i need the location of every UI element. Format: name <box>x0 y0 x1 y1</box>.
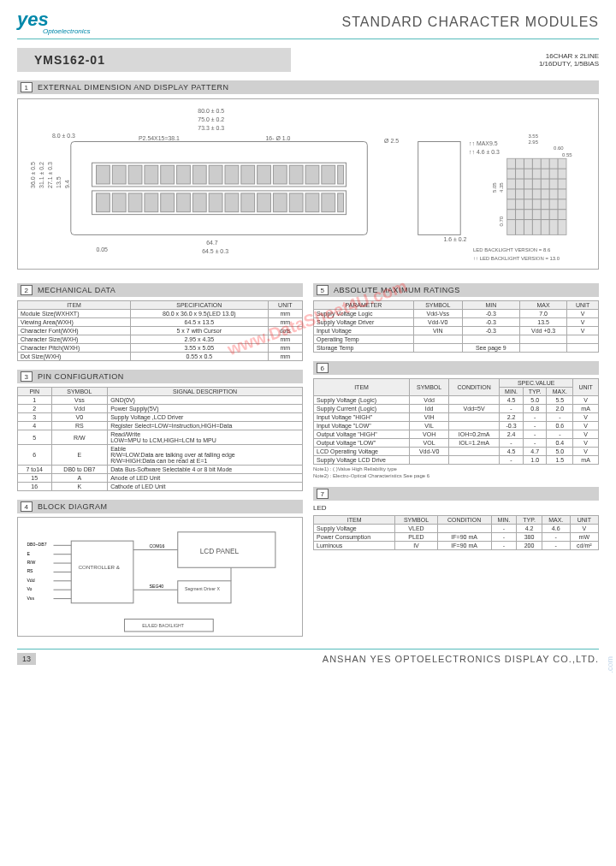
datasheet-page: yes Optoelectronics STANDARD CHARACTER M… <box>0 0 616 673</box>
svg-rect-26 <box>209 193 222 212</box>
section-3-header: 3 PIN CONFIGURATION <box>17 370 303 383</box>
svg-text:Segment Driver X: Segment Driver X <box>185 587 220 592</box>
section-num-1: 1 <box>21 82 33 92</box>
header-title: STANDARD CHARACTER MODULES <box>342 15 599 30</box>
svg-text:0.60: 0.60 <box>554 145 564 151</box>
svg-text:↑↑ LED BACKLIGHT VERSION = 13.: ↑↑ LED BACKLIGHT VERSION = 13.0 <box>473 256 560 261</box>
svg-text:Vss: Vss <box>27 596 34 601</box>
right-column: 5 ABSOLUTE MAXIMUM RATINGS PARAMETERSYMB… <box>313 275 599 637</box>
svg-text:0.55: 0.55 <box>562 152 572 157</box>
svg-text:4.35: 4.35 <box>499 182 504 193</box>
svg-text:Ø 2.5: Ø 2.5 <box>384 138 399 144</box>
svg-rect-22 <box>145 193 158 212</box>
svg-rect-10 <box>209 165 222 184</box>
svg-text:CONTROLLER &: CONTROLLER & <box>79 565 121 571</box>
svg-text:DB0~DB7: DB0~DB7 <box>27 543 46 548</box>
pinconfig-table: PINSYMBOLSIGNAL DESCRIPTION1VssGND(0V)2V… <box>17 387 303 491</box>
model-spec-line1: 16CHAR x 2LINE <box>539 52 599 60</box>
svg-rect-25 <box>192 193 206 212</box>
svg-rect-29 <box>258 193 271 212</box>
svg-text:75.0 ± 0.2: 75.0 ± 0.2 <box>198 116 224 122</box>
svg-rect-21 <box>128 193 142 212</box>
led-title: LED <box>313 504 599 512</box>
svg-rect-23 <box>161 193 175 212</box>
svg-text:E: E <box>27 551 30 556</box>
svg-rect-11 <box>225 165 239 184</box>
section-num-4: 4 <box>21 501 33 512</box>
svg-text:SEG40: SEG40 <box>150 584 164 589</box>
svg-text:Vdd: Vdd <box>27 578 34 583</box>
svg-text:9.4: 9.4 <box>64 180 70 188</box>
section-num-7: 7 <box>317 489 329 499</box>
section-5-header: 5 ABSOLUTE MAXIMUM RATINGS <box>313 283 599 297</box>
section-num-5: 5 <box>317 285 329 295</box>
svg-text:2.95: 2.95 <box>528 139 538 145</box>
footer-company: ANSHAN YES OPTOELECTRONICS DISPLAY CO.,L… <box>323 654 599 664</box>
svg-rect-32 <box>305 193 319 212</box>
svg-text:R/W: R/W <box>27 560 35 565</box>
svg-rect-12 <box>241 165 255 184</box>
svg-text:0.70: 0.70 <box>499 216 504 226</box>
block-diagram: CONTROLLER & LCD PANEL Segment Driver X … <box>17 517 303 637</box>
led-table: ITEMSYMBOLCONDITIONMIN.TYP.MAX.UNITSuppl… <box>313 515 599 550</box>
svg-rect-3 <box>97 165 110 184</box>
section-num-2: 2 <box>21 285 33 295</box>
section-4-title: BLOCK DIAGRAM <box>38 502 108 511</box>
svg-text:31.1 ± 0.2: 31.1 ± 0.2 <box>38 162 44 188</box>
model-spec: 16CHAR x 2LINE 1/16DUTY, 1/5BIAS <box>539 52 599 68</box>
svg-rect-0 <box>71 142 368 235</box>
section-num-3: 3 <box>21 371 33 382</box>
svg-text:64.5 ± 0.3: 64.5 ± 0.3 <box>202 248 228 254</box>
svg-rect-80 <box>178 581 231 603</box>
svg-rect-28 <box>241 193 255 212</box>
svg-text:Vo: Vo <box>27 587 32 592</box>
svg-text:13.5: 13.5 <box>56 176 62 188</box>
section-5-title: ABSOLUTE MAXIMUM RATINGS <box>334 286 460 294</box>
svg-rect-24 <box>177 193 191 212</box>
header: yes Optoelectronics STANDARD CHARACTER M… <box>17 9 599 39</box>
svg-rect-17 <box>322 165 335 184</box>
dimension-drawing: 80.0 ± 0.5 75.0 ± 0.2 73.3 ± 0.3 P2.54X1… <box>17 98 599 270</box>
section-2-title: MECHANICAL DATA <box>38 286 116 294</box>
svg-text:EL/LED BACKLIGHT: EL/LED BACKLIGHT <box>142 623 184 628</box>
svg-rect-9 <box>192 165 206 184</box>
svg-text:5.05: 5.05 <box>492 182 497 193</box>
absmax-table: PARAMETERSYMBOLMINMAXUNITSupply Voltage … <box>313 300 599 353</box>
svg-text:8.0 ± 0.3: 8.0 ± 0.3 <box>52 133 75 139</box>
svg-rect-14 <box>273 165 287 184</box>
svg-rect-30 <box>273 193 287 212</box>
svg-rect-20 <box>112 193 126 212</box>
svg-text:0.05: 0.05 <box>96 246 108 252</box>
svg-rect-7 <box>161 165 175 184</box>
svg-text:↑↑ MAX9.5: ↑↑ MAX9.5 <box>469 140 498 146</box>
block-diagram-svg: CONTROLLER & LCD PANEL Segment Driver X … <box>18 514 302 638</box>
section-3-title: PIN CONFIGURATION <box>38 372 124 381</box>
svg-rect-6 <box>145 165 158 184</box>
model-bar: YMS162-01 16CHAR x 2LINE 1/16DUTY, 1/5BI… <box>17 48 599 72</box>
svg-rect-31 <box>289 193 303 212</box>
section-7-header: 7 <box>313 487 599 501</box>
svg-rect-13 <box>258 165 271 184</box>
section-num-6: 6 <box>317 363 329 373</box>
svg-rect-34 <box>338 193 344 212</box>
svg-rect-35 <box>418 142 461 235</box>
svg-rect-4 <box>112 165 126 184</box>
svg-text:LCD PANEL: LCD PANEL <box>200 547 240 555</box>
logo-subtitle: Optoelectronics <box>43 27 91 35</box>
svg-text:↑↑ 4.6 ± 0.3: ↑↑ 4.6 ± 0.3 <box>469 149 500 155</box>
electrical-note2: Note2) : Electro-Optical Characteristics… <box>313 473 599 478</box>
left-column: 2 MECHANICAL DATA ITEMSPECIFICATIONUNITM… <box>17 275 303 637</box>
svg-text:3.55: 3.55 <box>528 133 538 139</box>
section-1-title: EXTERNAL DIMENSION AND DISPLAY PATTERN <box>38 83 229 92</box>
page-number: 13 <box>17 653 36 665</box>
svg-rect-5 <box>128 165 142 184</box>
svg-text:P2.54X15=38.1: P2.54X15=38.1 <box>139 135 180 141</box>
svg-text:64.7: 64.7 <box>206 240 218 246</box>
logo-block: yes Optoelectronics <box>17 9 91 35</box>
svg-text:LED BACKLIGHT VERSION = 8.6: LED BACKLIGHT VERSION = 8.6 <box>473 247 551 252</box>
svg-rect-15 <box>289 165 303 184</box>
svg-text:RS: RS <box>27 569 33 574</box>
svg-rect-19 <box>97 193 110 212</box>
svg-rect-76 <box>71 542 133 604</box>
svg-rect-27 <box>225 193 239 212</box>
